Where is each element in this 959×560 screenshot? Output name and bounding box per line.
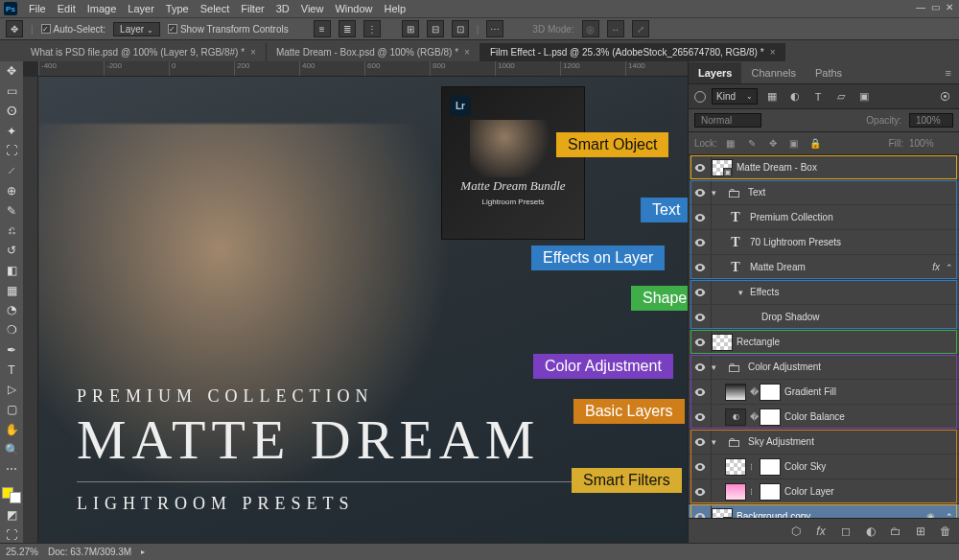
misc-icon[interactable]: ⋯ bbox=[486, 20, 503, 37]
visibility-toggle[interactable] bbox=[689, 305, 712, 329]
layer-row[interactable]: ▾🗀Text bbox=[689, 180, 959, 205]
layer-name[interactable]: 70 Lightroom Presets bbox=[750, 237, 959, 247]
delete-layer-icon[interactable]: 🗑 bbox=[938, 524, 953, 539]
lasso-tool[interactable]: ⵙ bbox=[2, 104, 21, 120]
layer-row[interactable]: ▾🗀Sky Adjustment bbox=[689, 430, 959, 455]
marquee-tool[interactable]: ▭ bbox=[2, 83, 21, 100]
quickmask-toggle[interactable]: ◩ bbox=[2, 507, 21, 524]
layer-row[interactable]: �⁞Gradient Fill bbox=[689, 380, 959, 405]
blend-mode-select[interactable]: Normal bbox=[694, 113, 761, 128]
layer-name[interactable]: Color Sky bbox=[784, 461, 959, 472]
new-group-icon[interactable]: 🗀 bbox=[888, 524, 903, 539]
autoselect-target-select[interactable]: Layer ⌄ bbox=[113, 22, 160, 36]
show-transform-checkbox[interactable]: ✓Show Transform Controls bbox=[168, 24, 289, 35]
lock-pixels-icon[interactable]: ▦ bbox=[723, 136, 738, 152]
layer-row[interactable]: ▾🗀Color Adjustment bbox=[689, 355, 959, 380]
visibility-toggle[interactable] bbox=[689, 355, 712, 379]
align-icon[interactable]: ≣ bbox=[339, 20, 356, 37]
layer-name[interactable]: Text bbox=[748, 187, 959, 198]
filter-adjustment-icon[interactable]: ◐ bbox=[786, 88, 804, 105]
lock-all-icon[interactable]: 🔒 bbox=[807, 136, 823, 152]
layer-name[interactable]: Rectangle bbox=[737, 337, 959, 347]
layer-fx-icon[interactable]: fx bbox=[813, 524, 829, 539]
zoom-tool[interactable]: 🔍 bbox=[2, 441, 21, 457]
layer-row[interactable]: ⁞Color Sky bbox=[689, 455, 959, 479]
eyedropper-tool[interactable]: ⟋ bbox=[2, 163, 21, 179]
move-tool-icon[interactable]: ✥ bbox=[6, 20, 23, 37]
layer-name[interactable]: Premium Collection bbox=[750, 212, 959, 222]
stamp-tool[interactable]: ⎌ bbox=[2, 222, 21, 239]
menu-layer[interactable]: Layer bbox=[128, 3, 154, 14]
menu-help[interactable]: Help bbox=[385, 3, 407, 14]
fx-disclosure-icon[interactable]: ⌃ bbox=[946, 263, 953, 272]
status-zoom[interactable]: 25.27% bbox=[6, 547, 38, 557]
visibility-toggle[interactable] bbox=[689, 330, 712, 354]
document-tab[interactable]: Matte Dream - Box.psd @ 100% (RGB/8) *× bbox=[267, 43, 480, 61]
filter-toggle-icon[interactable]: ⦿ bbox=[936, 88, 953, 105]
visibility-toggle[interactable] bbox=[689, 504, 712, 518]
menu-type[interactable]: Type bbox=[166, 3, 189, 14]
menu-3d[interactable]: 3D bbox=[276, 3, 290, 14]
layer-mask-thumb[interactable] bbox=[760, 458, 781, 476]
fx-disclosure-icon[interactable]: ⌃ bbox=[946, 512, 953, 519]
window-close-icon[interactable]: ✕ bbox=[946, 2, 953, 12]
history-brush-tool[interactable]: ↺ bbox=[2, 243, 21, 259]
lock-position-icon[interactable]: ✥ bbox=[765, 136, 781, 152]
align-icon[interactable]: ≡ bbox=[314, 20, 331, 37]
layer-row[interactable]: ◐�⁞Color Balance bbox=[689, 405, 959, 430]
visibility-toggle[interactable] bbox=[689, 380, 712, 404]
window-minimize-icon[interactable]: — bbox=[916, 2, 925, 12]
tab-paths[interactable]: Paths bbox=[806, 62, 852, 83]
filter-kind-select[interactable]: Kind⌄ bbox=[712, 88, 758, 105]
layer-mask-thumb[interactable] bbox=[760, 384, 781, 401]
document-tab[interactable]: What is PSD file.psd @ 100% (Layer 9, RG… bbox=[21, 43, 267, 61]
menu-window[interactable]: Window bbox=[335, 3, 372, 14]
filter-reveal-icon[interactable]: ◉ bbox=[926, 511, 940, 518]
visibility-toggle[interactable] bbox=[689, 180, 712, 204]
orbit-icon[interactable]: ◎ bbox=[582, 20, 599, 37]
hand-tool[interactable]: ✋ bbox=[2, 422, 21, 438]
menu-select[interactable]: Select bbox=[200, 3, 230, 14]
layer-row[interactable]: ⁞Color Layer bbox=[689, 479, 959, 504]
menu-filter[interactable]: Filter bbox=[241, 3, 264, 14]
menu-edit[interactable]: Edit bbox=[58, 3, 76, 14]
layer-row[interactable]: TPremium Collection bbox=[689, 205, 959, 230]
new-layer-icon[interactable]: ⊞ bbox=[913, 524, 928, 539]
layer-name[interactable]: Drop Shadow bbox=[761, 312, 959, 322]
move-tool[interactable]: ✥ bbox=[2, 63, 21, 80]
visibility-toggle[interactable] bbox=[689, 479, 712, 503]
close-tab-icon[interactable]: × bbox=[250, 47, 256, 58]
menu-file[interactable]: File bbox=[29, 3, 46, 14]
filter-shape-icon[interactable]: ▱ bbox=[832, 88, 850, 105]
layer-row[interactable]: T70 Lightroom Presets bbox=[689, 230, 959, 255]
gradient-tool[interactable]: ▦ bbox=[2, 282, 21, 298]
layer-row[interactable]: TMatte Dreamfx⌃ bbox=[689, 255, 959, 280]
dodge-tool[interactable]: ❍ bbox=[2, 322, 21, 338]
eraser-tool[interactable]: ◧ bbox=[2, 263, 21, 279]
layer-name[interactable]: Color Adjustment bbox=[748, 362, 959, 372]
dist-icon[interactable]: ⊡ bbox=[452, 20, 469, 37]
layer-name[interactable]: Background copy bbox=[737, 511, 926, 518]
visibility-toggle[interactable] bbox=[689, 405, 712, 429]
dist-icon[interactable]: ⊞ bbox=[402, 20, 419, 37]
fill-input[interactable]: 100% bbox=[909, 138, 953, 149]
layer-row[interactable]: ▾Effects bbox=[689, 280, 959, 305]
disclosure-icon[interactable]: ▾ bbox=[712, 362, 721, 372]
filter-type-icon[interactable]: T bbox=[809, 88, 827, 105]
close-tab-icon[interactable]: × bbox=[770, 47, 776, 58]
panel-menu-icon[interactable]: ≡ bbox=[938, 67, 959, 79]
fx-badge[interactable]: fx bbox=[932, 262, 940, 272]
pen-tool[interactable]: ✒ bbox=[2, 342, 21, 359]
tab-layers[interactable]: Layers bbox=[689, 62, 741, 83]
visibility-toggle[interactable] bbox=[689, 155, 712, 179]
dist-icon[interactable]: ⊟ bbox=[427, 20, 444, 37]
blur-tool[interactable]: ◔ bbox=[2, 302, 21, 318]
layer-mask-thumb[interactable] bbox=[760, 408, 781, 426]
disclosure-icon[interactable]: ▾ bbox=[738, 288, 748, 297]
quick-select-tool[interactable]: ✦ bbox=[2, 123, 21, 139]
type-tool[interactable]: T bbox=[2, 362, 21, 378]
screen-mode[interactable]: ⛶ bbox=[2, 526, 21, 543]
menu-view[interactable]: View bbox=[301, 3, 324, 14]
visibility-toggle[interactable] bbox=[689, 255, 712, 279]
new-adjustment-icon[interactable]: ◐ bbox=[863, 524, 878, 539]
